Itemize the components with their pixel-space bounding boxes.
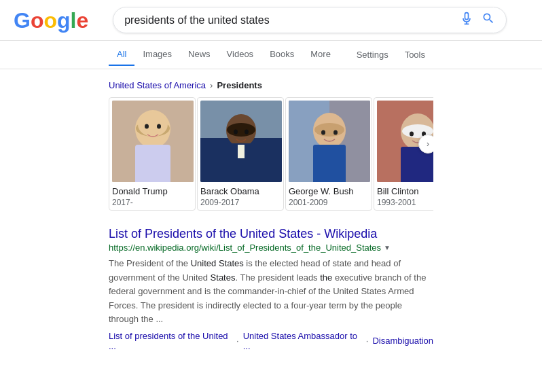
- breadcrumb-link[interactable]: United States of America: [109, 80, 206, 90]
- tab-all[interactable]: All: [109, 43, 134, 66]
- president-card-clinton[interactable]: Bill Clinton 1993-2001: [374, 97, 433, 211]
- search-input[interactable]: [124, 14, 460, 26]
- tab-more[interactable]: More: [302, 43, 339, 66]
- trump-name: Donald Trump: [112, 186, 192, 196]
- gwbush-name: George W. Bush: [289, 186, 369, 196]
- scroll-right-button[interactable]: ›: [418, 135, 433, 154]
- result-sub-links: List of presidents of the United ... · U…: [109, 331, 433, 351]
- tab-books[interactable]: Books: [261, 43, 302, 66]
- obama-photo: [200, 101, 282, 182]
- dropdown-icon[interactable]: ▼: [384, 244, 391, 251]
- settings-link[interactable]: Settings: [348, 44, 397, 65]
- search-result: List of Presidents of the United States …: [109, 227, 433, 351]
- svg-point-28: [410, 132, 414, 137]
- svg-point-20: [314, 123, 344, 137]
- clinton-years: 1993-2001: [377, 198, 433, 207]
- svg-point-21: [321, 130, 325, 135]
- svg-rect-14: [238, 145, 245, 158]
- result-url-text: https://en.wikipedia.org/wiki/List_of_Pr…: [109, 243, 381, 253]
- svg-point-6: [157, 124, 161, 129]
- breadcrumb: United States of America › Presidents: [109, 80, 433, 90]
- result-url: https://en.wikipedia.org/wiki/List_of_Pr…: [109, 243, 433, 253]
- google-logo: Google: [14, 10, 88, 31]
- trump-years: 2017-: [112, 198, 192, 207]
- nav-tabs: All Images News Videos Books More Settin…: [0, 41, 542, 69]
- president-card-gwbush[interactable]: George W. Bush 2001-2009: [285, 97, 372, 211]
- svg-rect-19: [313, 145, 346, 182]
- tools-link[interactable]: Tools: [397, 44, 433, 65]
- svg-point-13: [245, 130, 249, 135]
- trump-photo: [112, 101, 194, 182]
- header: Google: [0, 0, 542, 41]
- breadcrumb-current: Presidents: [217, 80, 261, 90]
- search-icon[interactable]: [482, 12, 495, 29]
- result-snippet: The President of the United States is th…: [109, 257, 433, 327]
- tab-images[interactable]: Images: [134, 43, 180, 66]
- gwbush-years: 2001-2009: [289, 198, 369, 207]
- tab-news[interactable]: News: [180, 43, 219, 66]
- svg-rect-2: [135, 145, 170, 182]
- svg-point-12: [234, 130, 238, 135]
- sub-link-sep-2: ·: [366, 336, 369, 346]
- breadcrumb-chevron: ›: [210, 80, 213, 90]
- svg-point-22: [333, 130, 338, 135]
- svg-point-4: [138, 112, 168, 137]
- result-title-link[interactable]: List of Presidents of the United States …: [109, 227, 433, 241]
- svg-point-11: [227, 123, 255, 137]
- sub-link-1[interactable]: List of presidents of the United ...: [109, 331, 232, 351]
- microphone-icon[interactable]: [460, 12, 473, 29]
- sub-link-sep-1: ·: [236, 336, 239, 346]
- main-content: United States of America › Presidents Do…: [0, 69, 542, 362]
- clinton-name: Bill Clinton: [377, 186, 433, 196]
- sub-link-2[interactable]: United States Ambassador to ...: [243, 331, 362, 351]
- president-card-trump[interactable]: Donald Trump 2017-: [109, 97, 196, 211]
- obama-name: Barack Obama: [200, 186, 281, 196]
- presidents-carousel: Donald Trump 2017- Barack Obama 200: [109, 97, 433, 211]
- gwbush-photo: [289, 101, 370, 182]
- tab-videos[interactable]: Videos: [219, 43, 262, 66]
- svg-point-5: [145, 124, 149, 129]
- sub-link-3[interactable]: Disambiguation: [372, 336, 433, 346]
- search-bar: [113, 7, 507, 33]
- obama-years: 2009-2017: [200, 198, 281, 207]
- president-card-obama[interactable]: Barack Obama 2009-2017: [197, 97, 284, 211]
